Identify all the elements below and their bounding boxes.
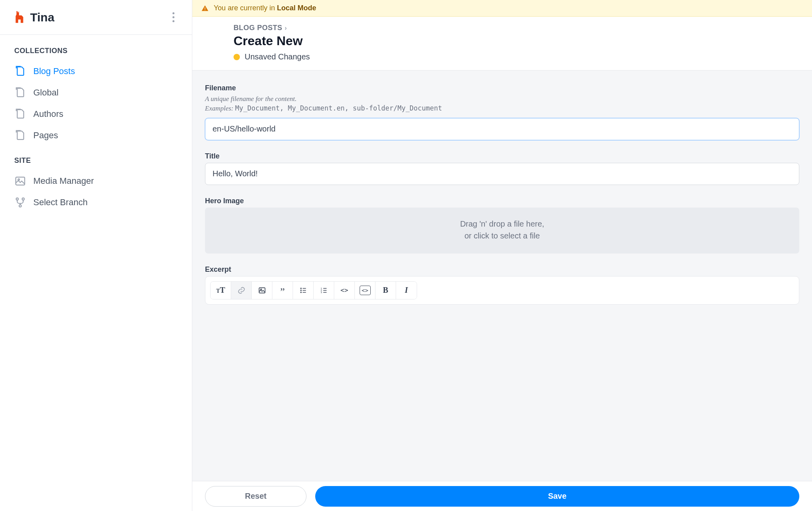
sidebar: Tina COLLECTIONS Blog Posts	[0, 0, 192, 511]
rte-ul-button[interactable]	[293, 282, 314, 299]
svg-text:3: 3	[320, 291, 322, 294]
sidebar-item-label: Authors	[33, 109, 63, 119]
file-icon	[14, 87, 26, 99]
field-excerpt: Excerpt TT	[205, 265, 799, 305]
file-icon	[14, 65, 26, 77]
sidebar-item-label: Media Manager	[33, 176, 94, 186]
sidebar-item-blog-posts[interactable]: Blog Posts	[14, 62, 178, 80]
sidebar-item-label: Pages	[33, 130, 58, 141]
dropzone-line1: Drag 'n' drop a file here,	[205, 218, 799, 230]
file-icon	[14, 130, 26, 141]
rte-italic-button[interactable]: I	[396, 282, 417, 299]
svg-point-1	[18, 179, 19, 180]
rte-code-inline-button[interactable]: <>	[334, 282, 355, 299]
save-button[interactable]: Save	[315, 486, 799, 507]
kebab-menu-icon[interactable]	[169, 9, 178, 25]
sidebar-item-select-branch[interactable]: Select Branch	[14, 193, 178, 212]
field-hero-image: Hero Image Drag 'n' drop a file here, or…	[205, 197, 799, 254]
dropzone-line2: or click to select a file	[205, 230, 799, 242]
svg-point-8	[260, 289, 262, 290]
link-icon	[237, 286, 246, 295]
sidebar-header: Tina	[0, 0, 192, 35]
svg-point-3	[22, 198, 25, 200]
rte-link-button[interactable]	[231, 282, 252, 299]
hero-image-dropzone[interactable]: Drag 'n' drop a file here, or click to s…	[205, 208, 799, 254]
image-icon	[258, 286, 266, 294]
sidebar-item-label: Blog Posts	[33, 66, 75, 76]
svg-rect-0	[16, 177, 25, 185]
svg-point-9	[301, 288, 301, 289]
brand-name: Tina	[30, 11, 54, 24]
sidebar-section-collections: COLLECTIONS Blog Posts Global	[0, 35, 192, 145]
status-row: Unsaved Changes	[234, 52, 812, 61]
status-dot-icon	[234, 54, 240, 60]
footer: Reset Save	[192, 481, 812, 511]
svg-point-4	[19, 205, 21, 207]
breadcrumb-parent: BLOG POSTS	[234, 24, 282, 32]
site-heading: SITE	[14, 156, 178, 165]
filename-label: Filename	[205, 84, 799, 92]
sidebar-item-label: Select Branch	[33, 197, 88, 208]
image-icon	[14, 175, 26, 187]
svg-rect-5	[205, 7, 205, 9]
rte-ol-button[interactable]: 1 2 3	[314, 282, 334, 299]
ul-icon	[299, 286, 307, 294]
file-icon	[14, 108, 26, 120]
svg-point-11	[301, 290, 301, 291]
sidebar-item-media-manager[interactable]: Media Manager	[14, 172, 178, 190]
page-header: BLOG POSTS › Create New Unsaved Changes	[192, 17, 812, 71]
rte-code-block-button[interactable]: <>	[355, 282, 375, 299]
llama-icon	[14, 10, 25, 25]
excerpt-label: Excerpt	[205, 265, 799, 274]
svg-rect-6	[205, 10, 205, 10]
sidebar-item-authors[interactable]: Authors	[14, 105, 178, 123]
local-mode-banner: You are currently in Local Mode	[192, 0, 812, 17]
sidebar-item-global[interactable]: Global	[14, 84, 178, 102]
rte-heading-button[interactable]: TT	[211, 282, 231, 299]
ol-icon: 1 2 3	[320, 286, 328, 294]
status-text: Unsaved Changes	[245, 52, 310, 61]
svg-point-13	[301, 292, 301, 293]
brand[interactable]: Tina	[14, 10, 54, 25]
rte-image-button[interactable]	[252, 282, 272, 299]
title-input[interactable]	[205, 163, 799, 185]
warning-icon	[201, 4, 209, 12]
field-filename: Filename A unique filename for the conte…	[205, 84, 799, 140]
chevron-right-icon: ›	[285, 25, 287, 32]
banner-text: You are currently in Local Mode	[214, 4, 316, 12]
svg-point-2	[16, 198, 19, 200]
rte-toolbar: TT	[210, 281, 417, 299]
rte-quote-button[interactable]: ”	[272, 282, 293, 299]
collections-heading: COLLECTIONS	[14, 47, 178, 55]
hero-image-label: Hero Image	[205, 197, 799, 205]
title-label: Title	[205, 152, 799, 160]
rte-bold-button[interactable]: B	[375, 282, 396, 299]
sidebar-item-pages[interactable]: Pages	[14, 126, 178, 145]
main: You are currently in Local Mode BLOG POS…	[192, 0, 812, 511]
sidebar-item-label: Global	[33, 88, 59, 98]
form: Filename A unique filename for the conte…	[192, 71, 812, 511]
branch-icon	[14, 196, 26, 208]
sidebar-section-site: SITE Media Manager	[0, 145, 192, 212]
field-title: Title	[205, 152, 799, 185]
excerpt-editor[interactable]: TT	[205, 276, 799, 305]
reset-button[interactable]: Reset	[205, 486, 306, 507]
filename-description: A unique filename for the content. Examp…	[205, 95, 799, 113]
filename-input[interactable]	[205, 118, 799, 140]
page-title: Create New	[234, 34, 812, 48]
breadcrumb[interactable]: BLOG POSTS ›	[234, 24, 812, 32]
